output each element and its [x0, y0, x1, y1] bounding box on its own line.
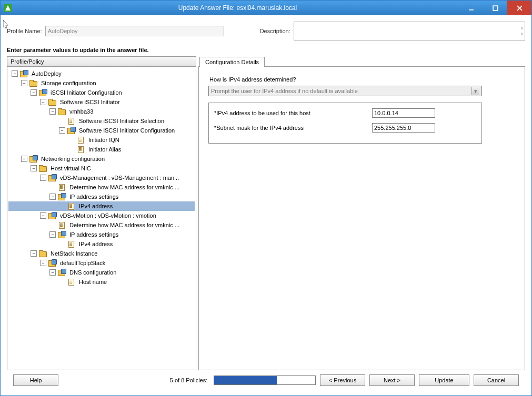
profile-icon	[48, 174, 56, 181]
update-button[interactable]: Update	[419, 374, 469, 386]
cancel-button[interactable]: Cancel	[474, 374, 519, 386]
tree-initiator-alias[interactable]: Initiator Alias	[8, 145, 195, 154]
tree-expander[interactable]: −	[49, 194, 56, 200]
titlebar: Update Answer File: esxi04.marusiak.loca…	[1, 1, 531, 15]
tree-ipv4-mgmt[interactable]: IPv4 address	[8, 201, 195, 211]
tree-expander[interactable]: −	[21, 80, 27, 86]
profile-name-label: Profile Name:	[7, 28, 42, 34]
left-panel-header: Profile/Policy	[7, 57, 196, 67]
tree-label: NetStack Instance	[49, 250, 99, 257]
tree-label: IP address settings	[68, 231, 120, 238]
document-icon	[76, 146, 85, 153]
tree-iscsi-init-config[interactable]: −iSCSI Initiator Configuration	[8, 88, 195, 97]
tree-expander[interactable]: −	[59, 127, 65, 134]
tree-expander	[59, 279, 65, 285]
tree-initiator-iqn[interactable]: Initiator IQN	[8, 135, 195, 145]
config-question: How is IPv4 address determined?	[209, 76, 517, 83]
folder-icon	[29, 79, 37, 87]
tree-iscsi-config[interactable]: −Software iSCSI Initiator Configuration	[8, 126, 195, 135]
tree-expander[interactable]: −	[49, 231, 56, 238]
tree-default-tcpip[interactable]: −defaultTcpipStack	[8, 258, 195, 268]
document-icon	[67, 202, 75, 210]
tree-expander[interactable]: −	[31, 165, 37, 171]
tree-ip-settings-mgmt[interactable]: −IP address settings	[8, 192, 195, 201]
description-textarea[interactable]: ∧∨	[294, 22, 525, 40]
field-ipv4-address-row: *IPv4 address to be used for this host	[214, 108, 476, 118]
tree-expander[interactable]: −	[40, 212, 46, 219]
tree-iscsi-selection[interactable]: Software iSCSI Initiator Selection	[8, 116, 195, 126]
tree-expander[interactable]: −	[21, 156, 27, 162]
config-fields-box: *IPv4 address to be used for this host*S…	[208, 103, 482, 144]
progress-bar	[214, 375, 316, 385]
tree-label: iSCSI Initiator Configuration	[49, 89, 124, 96]
tree-expander[interactable]: −	[31, 89, 37, 96]
tree-label: IP address settings	[68, 193, 120, 200]
tree-vds-vmotion[interactable]: −vDS-vMotion : vDS-vMotion : vmotion	[8, 211, 195, 220]
tree-expander[interactable]: −	[49, 269, 56, 276]
close-button[interactable]	[507, 1, 531, 15]
progress-fill	[214, 376, 277, 384]
app-icon	[4, 4, 12, 12]
document-icon	[57, 221, 66, 229]
tree-expander	[59, 203, 65, 209]
tree-label: Networking configuration	[39, 155, 106, 163]
tree-expander[interactable]: −	[31, 250, 37, 257]
tree-expander[interactable]: −	[12, 70, 18, 77]
tab-configuration-details[interactable]: Configuration Details	[199, 57, 265, 67]
tree-dns-config[interactable]: −DNS configuration	[8, 268, 195, 277]
folder-icon	[48, 98, 56, 106]
tree-label: Storage configuration	[39, 79, 98, 87]
next-button[interactable]: Next >	[369, 374, 415, 386]
tree-vmhba33[interactable]: −vmhba33	[8, 107, 195, 116]
tree-expander	[59, 118, 65, 124]
chevron-down-icon: ▾	[471, 87, 479, 95]
folder-icon	[57, 108, 66, 115]
tree-sw-iscsi-initiator[interactable]: −Software iSCSI Initiator	[8, 97, 195, 107]
tree-label: Host virtual NIC	[49, 165, 93, 172]
maximize-button[interactable]	[483, 1, 507, 15]
tree-label: IPv4 address	[77, 202, 114, 210]
profile-name-input[interactable]	[45, 26, 224, 36]
field-ipv4-address[interactable]	[372, 108, 435, 118]
tree-expander[interactable]: −	[49, 108, 56, 115]
tree-storage-config[interactable]: −Storage configuration	[8, 78, 195, 88]
tree-expander[interactable]: −	[40, 260, 46, 266]
profile-icon	[67, 127, 75, 134]
profile-icon	[48, 259, 56, 267]
profile-icon	[57, 231, 66, 238]
profile-icon	[57, 269, 66, 276]
policy-tree[interactable]: −AutoDeploy−Storage configuration−iSCSI …	[7, 67, 196, 370]
tree-ip-settings-vmotion[interactable]: −IP address settings	[8, 230, 195, 239]
tree-mac-vmotion[interactable]: Determine how MAC address for vmknic ...	[8, 220, 195, 230]
previous-button[interactable]: < Previous	[320, 374, 365, 386]
tree-label: Initiator IQN	[87, 136, 121, 144]
tree-label: Determine how MAC address for vmknic ...	[68, 221, 181, 229]
field-subnet-mask[interactable]	[372, 123, 435, 133]
tree-expander[interactable]: −	[40, 99, 46, 105]
tree-expander	[49, 222, 56, 228]
profile-icon	[38, 89, 47, 96]
help-button[interactable]: Help	[13, 374, 58, 386]
tree-netstack[interactable]: −NetStack Instance	[8, 249, 195, 258]
tree-networking-config[interactable]: −Networking configuration	[8, 154, 195, 164]
tree-label: Host name	[77, 278, 108, 286]
document-icon	[76, 136, 85, 144]
minimize-button[interactable]	[459, 1, 483, 15]
tree-ipv4-vmotion[interactable]: IPv4 address	[8, 239, 195, 249]
svg-rect-1	[493, 6, 498, 11]
tree-host-vnic[interactable]: −Host virtual NIC	[8, 164, 195, 173]
ipv4-method-dropdown[interactable]: Prompt the user for IPv4 address if no d…	[208, 86, 482, 96]
tree-expander[interactable]: −	[40, 175, 46, 181]
instruction-text: Enter parameter values to update in the …	[7, 47, 525, 53]
tree-host-name[interactable]: Host name	[8, 277, 195, 287]
profile-icon	[48, 212, 56, 219]
profile-icon	[57, 193, 66, 200]
tree-expander	[49, 184, 56, 190]
tree-label: Software iSCSI Initiator	[58, 98, 122, 106]
tree-expander	[68, 146, 75, 153]
tree-mac-mgmt[interactable]: Determine how MAC address for vmknic ...	[8, 182, 195, 192]
folder-icon	[38, 250, 47, 257]
window-frame: Update Answer File: esxi04.marusiak.loca…	[0, 0, 532, 396]
tree-autodeploy[interactable]: −AutoDeploy	[8, 69, 195, 78]
tree-vds-management[interactable]: −vDS-Management : vDS-Management : man..…	[8, 173, 195, 182]
